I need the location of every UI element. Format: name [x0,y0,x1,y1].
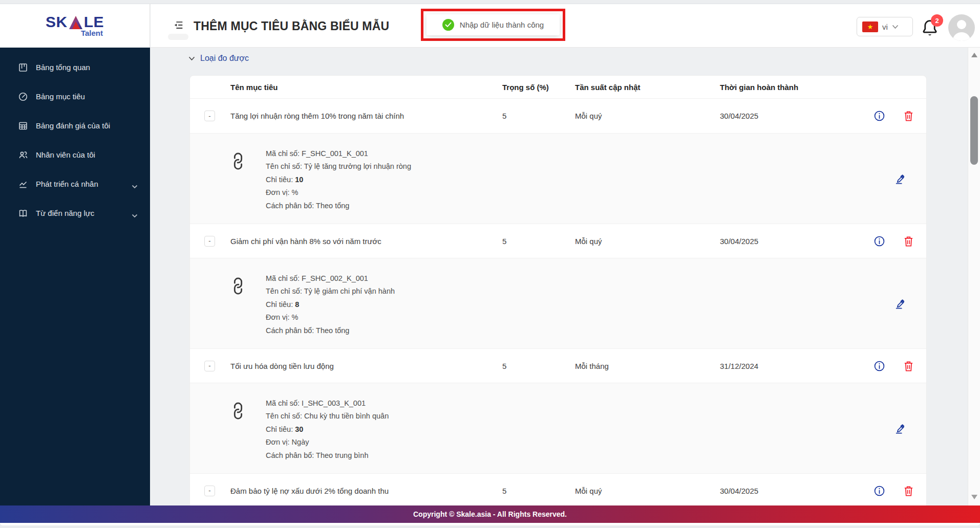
scroll-down-arrow[interactable] [971,495,977,499]
goal-detail-row: Mã chỉ số: F_SHC_001_K_001Tên chỉ số: Tỷ… [190,133,926,224]
column-header-frequency: Tần suất cập nhật [575,83,720,92]
table-body: - Tăng lợi nhuận ròng thêm 10% trong năm… [190,99,926,505]
scroll-up-arrow[interactable] [971,53,977,57]
table-header-row: Tên mục tiêu Trọng số (%) Tần suất cập n… [190,76,926,99]
kpi-detail-line: Tên chỉ số: Tỷ lệ tăng trưởng lợi nhuận … [266,160,411,173]
goal-frequency: Mỗi quý [575,112,720,120]
success-toast: Nhập dữ liệu thành công [427,14,560,35]
goal-frequency: Mỗi quý [575,487,720,495]
sidebar-item-goals[interactable]: Bảng mục tiêu [0,82,150,111]
goal-due-date: 31/12/2024 [720,362,874,370]
logo-triangle-icon [68,15,83,30]
logo-text-right: LE [84,14,104,30]
info-icon[interactable] [874,235,885,247]
goal-weight: 5 [502,112,575,120]
gauge-icon [17,91,29,102]
sidebar-item-label: Bảng đánh giá của tôi [36,121,110,130]
success-check-icon [442,19,454,31]
sidebar-item-dashboard[interactable]: Bảng tổng quan [0,53,150,82]
menu-fold-icon[interactable] [171,17,186,33]
edit-icon[interactable] [893,422,907,435]
info-icon[interactable] [874,110,885,122]
info-icon[interactable] [874,360,885,372]
kpi-detail-lines: Mã chỉ số: F_SHC_002_K_001Tên chỉ số: Tỷ… [266,272,395,337]
kpi-detail-line: Chỉ tiêu: 10 [266,173,411,186]
line-chart-icon [17,179,29,190]
collapse-row-button[interactable]: - [204,486,215,496]
browser-top-strip [0,0,980,4]
section-measurable-goals[interactable]: Loại đo được [188,54,249,63]
sidebar-item-label: Bảng mục tiêu [36,92,85,101]
footer: Copyright © Skale.asia - All Rights Rese… [0,505,980,523]
kpi-detail-line: Mã chỉ số: F_SHC_002_K_001 [266,272,395,285]
section-title: Loại đo được [200,54,249,63]
vietnam-flag-icon: ★ [862,21,878,32]
kpi-detail-line: Cách phân bổ: Theo tổng [266,324,395,337]
collapse-row-button[interactable]: - [204,236,215,247]
kpi-detail-lines: Mã chỉ số: I_SHC_003_K_001Tên chỉ số: Ch… [266,397,389,462]
delete-icon[interactable] [903,110,914,122]
notification-badge: 2 [931,14,943,27]
language-selector[interactable]: ★ vi [857,17,913,36]
collapse-row-button[interactable]: - [204,111,215,121]
goal-weight: 5 [502,362,575,370]
people-icon [17,149,29,161]
avatar[interactable] [948,14,975,41]
goals-table-card: Tên mục tiêu Trọng số (%) Tần suất cập n… [189,75,927,505]
kpi-detail-line: Đơn vị: % [266,186,411,199]
edit-icon[interactable] [893,172,907,186]
logo-panel: SK LE Talent [0,4,150,48]
kpi-detail-line: Mã chỉ số: I_SHC_003_K_001 [266,397,389,410]
table-row: - Tối ưu hóa dòng tiền lưu động 5 Mỗi th… [190,348,926,383]
link-icon [230,403,246,421]
browser-bottom-strip [0,523,980,525]
delete-icon[interactable] [903,235,914,247]
sidebar: SK LE Talent Bảng tổng quan [0,4,150,505]
chevron-down-icon [132,182,138,191]
kpi-detail-line: Cách phân bổ: Theo tổng [266,200,411,212]
column-header-name: Tên mục tiêu [230,83,502,92]
scrollbar-thumb[interactable] [970,96,978,165]
scrollbar[interactable] [968,48,980,505]
goal-weight: 5 [502,487,575,495]
main-content: Loại đo được Tên mục tiêu Trọng số (%) T… [150,48,980,505]
goal-name: Đảm bảo tỷ lệ nợ xấu dưới 2% tổng doanh … [230,487,502,495]
goal-due-date: 30/04/2025 [720,487,874,495]
sidebar-item-my-employees[interactable]: Nhân viên của tôi [0,140,150,169]
goal-frequency: Mỗi tháng [575,362,720,370]
logo-text-left: SK [46,14,68,30]
dashboard-board-icon [17,62,29,73]
kpi-detail-line: Chỉ tiêu: 8 [266,298,395,311]
table-row: - Giảm chi phí vận hành 8% so với năm tr… [190,224,926,258]
info-icon[interactable] [874,485,885,497]
delete-icon[interactable] [903,485,914,497]
sidebar-item-personal-development[interactable]: Phát triển cá nhân [0,169,150,199]
kpi-detail-line: Mã chỉ số: F_SHC_001_K_001 [266,147,411,160]
annotation-highlight-box: Nhập dữ liệu thành công [421,9,565,41]
fold-button-chip [168,34,188,40]
sidebar-item-label: Bảng tổng quan [36,63,90,72]
collapse-row-button[interactable]: - [204,361,215,371]
kpi-detail-lines: Mã chỉ số: F_SHC_001_K_001Tên chỉ số: Tỷ… [266,147,411,212]
sidebar-item-my-reviews[interactable]: Bảng đánh giá của tôi [0,111,150,140]
kpi-detail-line: Chỉ tiêu: 30 [266,423,389,436]
notifications-button[interactable]: 2 [921,18,941,39]
language-code: vi [882,23,888,31]
kpi-detail-line: Tên chỉ số: Tỷ lệ giảm chi phí vận hành [266,285,395,298]
copyright-text: Copyright © Skale.asia - All Rights Rese… [413,510,567,518]
goal-name: Tăng lợi nhuận ròng thêm 10% trong năm t… [230,112,502,120]
table-row: - Tăng lợi nhuận ròng thêm 10% trong năm… [190,99,926,133]
sidebar-item-label: Từ điển năng lực [36,209,94,217]
kpi-detail-line: Đơn vị: Ngày [266,436,389,449]
delete-icon[interactable] [903,360,914,372]
edit-icon[interactable] [893,297,907,311]
sidebar-item-competency-dictionary[interactable]: Từ điển năng lực [0,199,150,228]
goal-due-date: 30/04/2025 [720,112,874,120]
goal-name: Tối ưu hóa dòng tiền lưu động [230,362,502,370]
goal-detail-row: Mã chỉ số: I_SHC_003_K_001Tên chỉ số: Ch… [190,383,926,473]
skale-logo[interactable]: SK LE Talent [46,14,104,37]
page-title: THÊM MỤC TIÊU BẰNG BIỂU MẪU [194,19,389,33]
goal-detail-row: Mã chỉ số: F_SHC_002_K_001Tên chỉ số: Tỷ… [190,258,926,348]
goal-weight: 5 [502,237,575,246]
logo-subtitle: Talent [81,29,103,37]
